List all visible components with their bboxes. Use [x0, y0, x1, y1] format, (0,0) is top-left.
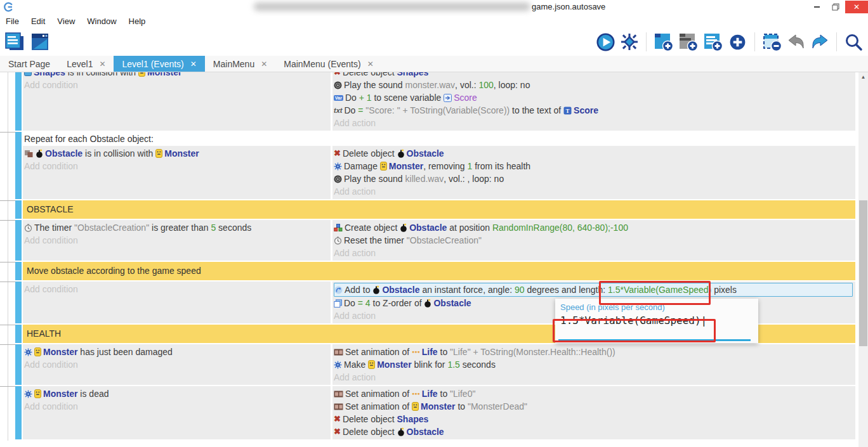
event-handle-bar[interactable]: [15, 262, 22, 280]
undo-icon[interactable]: [787, 32, 806, 51]
condition-line[interactable]: Obstacle is in collision with Monster: [24, 147, 328, 160]
anim-icon: [334, 403, 343, 410]
event-handle-bar[interactable]: [15, 386, 22, 439]
play-icon[interactable]: [596, 32, 615, 52]
action-line[interactable]: Set animation of ●●●Life to "Life" + ToS…: [334, 346, 853, 358]
condition-line[interactable]: Monster is dead: [24, 387, 328, 400]
actions-cell: Set animation of ●●●Life to "Life0"Set a…: [332, 386, 855, 439]
add-condition-button[interactable]: Add condition: [24, 160, 328, 172]
menu-window[interactable]: Window: [87, 16, 116, 26]
search-icon[interactable]: [844, 32, 863, 51]
add-action-button[interactable]: Add action: [334, 117, 853, 129]
maximize-button[interactable]: [826, 1, 845, 13]
event-handle-bar[interactable]: [15, 132, 22, 199]
annotation-red-box-expression: [599, 281, 711, 305]
event-handle-bar[interactable]: [15, 72, 22, 131]
add-action-button[interactable]: Add action: [334, 371, 853, 384]
action-line[interactable]: Play the sound killed.wav, vol.: , loop:…: [334, 172, 853, 185]
add-condition-button[interactable]: Add condition: [24, 400, 328, 413]
comment-bar[interactable]: OBSTACLE: [23, 200, 855, 219]
tab-bar: Start PageLevel1✕Level1 (Events)✕MainMen…: [0, 56, 868, 72]
delete-icon: ✖: [334, 413, 341, 425]
zorder-icon: [334, 299, 342, 308]
condition-line[interactable]: Shapes is in collision with Monster: [24, 72, 328, 79]
event-handle-bar[interactable]: [15, 200, 22, 219]
action-line[interactable]: Play the sound monster.wav, vol.: 100, l…: [334, 79, 853, 91]
scroll-up-icon[interactable]: ▲: [858, 74, 868, 80]
timer-icon: [334, 236, 342, 245]
add-condition-button[interactable]: Add condition: [24, 283, 328, 295]
scrollbar-thumb[interactable]: [859, 200, 867, 346]
menu-view[interactable]: View: [57, 16, 75, 26]
close-button[interactable]: ✕: [845, 1, 868, 13]
event-block: Monster has just been damagedAdd conditi…: [0, 344, 858, 385]
menu-help[interactable]: Help: [129, 16, 146, 26]
tab-close-icon[interactable]: ✕: [367, 60, 374, 68]
actions-cell: Create object Obstacle at position Rando…: [332, 220, 855, 261]
debug-icon[interactable]: [620, 32, 639, 51]
add-condition-button[interactable]: Add condition: [24, 358, 328, 371]
action-line[interactable]: Damage Monster, removing 1 from its heal…: [334, 160, 853, 172]
action-line[interactable]: Set animation of ●●●Life to "Life0": [334, 387, 853, 400]
event-handle-bar[interactable]: [15, 220, 22, 261]
repeat-header[interactable]: Repeat for each Obstacle object:: [23, 132, 855, 146]
conditions-cell: The timer "ObstacleCreation" is greater …: [23, 220, 331, 261]
event-handle-bar[interactable]: [15, 344, 22, 385]
action-line[interactable]: ✖Delete object Shapes: [334, 413, 853, 425]
menu-file[interactable]: File: [6, 16, 19, 26]
event-gutter: [0, 344, 15, 385]
add-comment-icon[interactable]: [703, 32, 723, 52]
create-icon: [334, 224, 343, 232]
tab-label: Start Page: [8, 59, 50, 69]
shapes-icon: [24, 72, 32, 76]
tab-close-icon[interactable]: ✕: [261, 60, 267, 68]
event-handle-bar[interactable]: [15, 282, 22, 323]
tab-level1-events[interactable]: Level1 (Events)✕: [114, 56, 204, 72]
add-subevent-icon[interactable]: [678, 32, 699, 52]
actions-cell: ✖Delete object ObstacleDamage Monster, r…: [332, 146, 855, 199]
action-line[interactable]: ✖Delete object Obstacle: [334, 147, 853, 160]
add-condition-button[interactable]: Add condition: [24, 234, 328, 247]
action-line[interactable]: ✖Delete object Obstacle: [334, 425, 853, 438]
action-line[interactable]: Add to Obstacle an instant force, angle:…: [334, 283, 853, 297]
tab-mainmenu-events[interactable]: MainMenu (Events)✕: [275, 56, 381, 72]
project-manager-icon[interactable]: [4, 32, 25, 52]
condition-line[interactable]: Monster has just been damaged: [24, 346, 328, 358]
redo-icon[interactable]: [810, 32, 829, 51]
action-line[interactable]: Make Monster blink for 1.5 seconds: [334, 358, 853, 371]
add-event-icon[interactable]: [654, 32, 674, 52]
action-line[interactable]: Reset the timer "ObstacleCreation": [334, 234, 853, 247]
tab-label: MainMenu: [213, 59, 254, 69]
tab-level1[interactable]: Level1✕: [58, 56, 114, 72]
tab-mainmenu[interactable]: MainMenu✕: [205, 56, 275, 72]
events-blocks: Shapes is in collision with MonsterAdd c…: [0, 72, 858, 441]
remove-event-icon[interactable]: [762, 32, 782, 52]
life-icon: ●●●: [412, 346, 420, 358]
tab-start-page[interactable]: Start Page: [0, 56, 58, 72]
add-condition-button[interactable]: Add condition: [24, 79, 328, 91]
condition-line[interactable]: The timer "ObstacleCreation" is greater …: [24, 221, 328, 234]
tab-close-icon[interactable]: ✕: [99, 60, 105, 68]
vertical-scrollbar[interactable]: ▲: [858, 72, 868, 447]
action-line[interactable]: ✖Delete object Shapes: [334, 72, 853, 79]
life-icon: ●●●: [412, 387, 420, 400]
action-line[interactable]: txtDo = "Score: " + ToString(Variable(Sc…: [334, 104, 853, 117]
add-new-icon[interactable]: [728, 32, 747, 52]
toolbar-left-group: [4, 32, 50, 52]
toolbar-separator: [646, 32, 647, 51]
tab-close-icon[interactable]: ✕: [190, 60, 197, 68]
conditions-cell: Obstacle is in collision with MonsterAdd…: [23, 146, 331, 199]
menu-edit[interactable]: Edit: [31, 16, 45, 26]
comment-bar[interactable]: Move obstacle according to the game spee…: [23, 262, 855, 280]
action-line[interactable]: Create object Obstacle at position Rando…: [334, 221, 853, 234]
obstacle-icon: [36, 149, 43, 158]
annotation-red-box-input: [553, 319, 716, 342]
event-handle-bar[interactable]: [15, 325, 22, 343]
action-line[interactable]: VarDo + 1 to scene variable Score: [334, 91, 853, 104]
scene-window-icon[interactable]: [30, 32, 50, 52]
add-action-button[interactable]: Add action: [334, 247, 853, 259]
add-action-button[interactable]: Add action: [334, 185, 853, 198]
monster-icon: [368, 360, 375, 369]
minimize-button[interactable]: [807, 1, 826, 13]
action-line[interactable]: Set animation of Monster to "MonsterDead…: [334, 400, 853, 413]
